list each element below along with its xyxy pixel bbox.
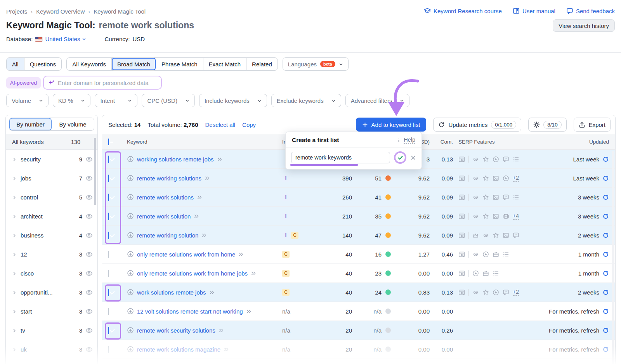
- select-all-checkbox[interactable]: [108, 139, 109, 145]
- filter-cpc-usd-[interactable]: CPC (USD): [142, 94, 195, 107]
- eye-icon[interactable]: [85, 327, 93, 334]
- keyword-link[interactable]: 12 volt solutions remote start not worki…: [137, 308, 243, 315]
- update-metrics-button[interactable]: Update metrics 0/1,000: [433, 118, 521, 132]
- keyword-link[interactable]: working solutions remote jobs: [137, 156, 214, 163]
- keyword-group-tv[interactable]: tv3: [6, 321, 97, 340]
- row-checkbox[interactable]: [108, 175, 109, 182]
- expand-keyword-icon[interactable]: [205, 175, 210, 181]
- serp-more-count[interactable]: +2: [513, 289, 519, 296]
- eye-icon[interactable]: [85, 308, 93, 315]
- keyword-link[interactable]: only remote solutions work from home: [137, 251, 235, 258]
- keyword-group-start[interactable]: start3: [6, 302, 97, 321]
- eye-icon[interactable]: [85, 251, 93, 258]
- keyword-link[interactable]: remote work security solutions: [137, 327, 215, 334]
- add-keyword-icon[interactable]: [127, 346, 134, 353]
- keyword-group-opportuniti-[interactable]: opportuniti...3: [6, 283, 97, 302]
- all-keywords-row[interactable]: All keywords 130: [6, 134, 97, 150]
- header-link[interactable]: Send feedback: [566, 7, 615, 14]
- filter-advanced-filters[interactable]: Advanced filters: [345, 94, 410, 107]
- list-name-input[interactable]: [291, 152, 390, 163]
- eye-icon[interactable]: [85, 346, 93, 353]
- keyword-link[interactable]: only remote solutions work from home job…: [137, 270, 248, 277]
- row-checkbox[interactable]: [108, 251, 109, 258]
- sidebar-scrollbar[interactable]: [94, 138, 96, 205]
- eye-icon[interactable]: [85, 175, 93, 182]
- expand-keyword-icon[interactable]: [209, 289, 215, 295]
- keyword-group-architect[interactable]: architect4: [6, 207, 97, 226]
- tab-phrase-match[interactable]: Phrase Match: [156, 58, 203, 70]
- breadcrumb-item[interactable]: Keyword Magic Tool: [94, 8, 146, 15]
- eye-icon[interactable]: [85, 156, 93, 163]
- keyword-group-cisco[interactable]: cisco3: [6, 264, 97, 283]
- column-keyword[interactable]: Keyword: [127, 139, 282, 145]
- expand-keyword-icon[interactable]: [251, 270, 257, 276]
- expand-keyword-icon[interactable]: [238, 251, 244, 257]
- add-keyword-icon[interactable]: [127, 251, 134, 258]
- close-icon[interactable]: [410, 155, 416, 161]
- breadcrumb-item[interactable]: Keyword Overview: [36, 8, 85, 15]
- refresh-icon[interactable]: [602, 232, 609, 239]
- add-keyword-icon[interactable]: [127, 232, 134, 239]
- refresh-icon[interactable]: [602, 289, 609, 296]
- column-com[interactable]: Com.: [430, 139, 453, 145]
- keyword-group-uk[interactable]: uk3: [6, 340, 97, 359]
- refresh-icon[interactable]: [602, 194, 609, 201]
- row-checkbox[interactable]: [108, 232, 109, 239]
- add-keyword-icon[interactable]: [127, 175, 134, 182]
- keyword-link[interactable]: remote work solutions: [137, 194, 194, 201]
- row-checkbox[interactable]: [108, 289, 109, 296]
- table-settings-button[interactable]: 8/10: [528, 118, 566, 132]
- sort-toggle-by-volume[interactable]: By volume: [52, 118, 94, 130]
- eye-icon[interactable]: [85, 232, 93, 239]
- expand-keyword-icon[interactable]: [246, 309, 252, 314]
- row-checkbox[interactable]: [108, 194, 109, 201]
- row-checkbox[interactable]: [108, 156, 109, 163]
- refresh-icon[interactable]: [602, 308, 609, 315]
- row-checkbox[interactable]: [108, 213, 109, 220]
- serp-more-count[interactable]: +4: [513, 213, 519, 220]
- add-keyword-icon[interactable]: [127, 156, 134, 163]
- refresh-icon[interactable]: [602, 346, 609, 353]
- column-updated[interactable]: Updated: [531, 139, 609, 145]
- expand-keyword-icon[interactable]: [194, 213, 199, 219]
- row-checkbox[interactable]: [108, 308, 109, 315]
- add-keyword-icon[interactable]: [127, 289, 134, 296]
- filter-volume[interactable]: Volume: [6, 94, 49, 107]
- add-keyword-icon[interactable]: [127, 327, 134, 334]
- keyword-link[interactable]: work solutions remote jobs: [137, 289, 206, 296]
- database-select[interactable]: United States: [45, 36, 86, 42]
- refresh-icon[interactable]: [602, 270, 609, 277]
- add-keyword-icon[interactable]: [127, 308, 134, 315]
- eye-icon[interactable]: [85, 289, 93, 296]
- sort-toggle-by-number[interactable]: By number: [9, 118, 52, 130]
- refresh-icon[interactable]: [602, 251, 609, 258]
- serp-more-count[interactable]: +2: [513, 175, 519, 182]
- refresh-icon[interactable]: [602, 175, 609, 182]
- breadcrumb-item[interactable]: Projects: [6, 8, 27, 15]
- filter-intent[interactable]: Intent: [95, 94, 137, 107]
- keyword-link[interactable]: remote working solutions: [137, 175, 201, 182]
- keyword-group-jobs[interactable]: jobs7: [6, 169, 97, 188]
- expand-keyword-icon[interactable]: [197, 194, 203, 200]
- keyword-group-business[interactable]: business4: [6, 226, 97, 245]
- keyword-link[interactable]: remote working solution: [137, 232, 198, 239]
- keyword-link[interactable]: remote work solution: [137, 213, 191, 220]
- row-checkbox[interactable]: [108, 327, 109, 334]
- keyword-group-control[interactable]: control5: [6, 188, 97, 207]
- header-link[interactable]: User manual: [513, 7, 555, 14]
- confirm-list-button[interactable]: [394, 151, 406, 164]
- header-link[interactable]: Keyword Research course: [424, 7, 502, 14]
- refresh-icon[interactable]: [602, 156, 609, 163]
- add-to-keyword-list-button[interactable]: Add to keyword list: [356, 118, 427, 132]
- keyword-link[interactable]: remote work solutions magazine: [137, 346, 220, 353]
- refresh-icon[interactable]: [602, 327, 609, 334]
- expand-keyword-icon[interactable]: [224, 347, 229, 352]
- eye-icon[interactable]: [85, 213, 93, 220]
- copy-link[interactable]: Copy: [242, 121, 256, 128]
- expand-keyword-icon[interactable]: [201, 232, 207, 238]
- refresh-icon[interactable]: [602, 213, 609, 220]
- filter-exclude-keywords[interactable]: Exclude keywords: [271, 94, 341, 107]
- deselect-all-link[interactable]: Deselect all: [205, 121, 236, 128]
- tab-questions[interactable]: Questions: [24, 58, 62, 70]
- column-serp-features[interactable]: SERP Features: [453, 139, 531, 145]
